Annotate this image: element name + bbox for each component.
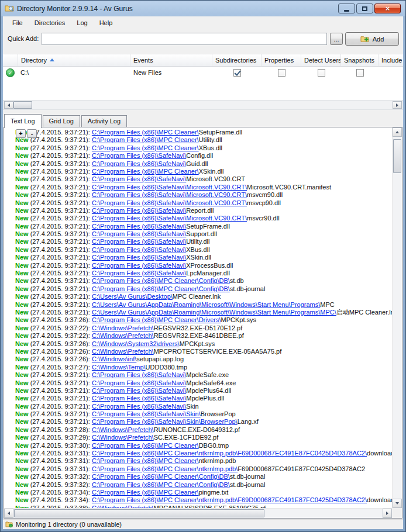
log-path-link[interactable]: C:\Program Files (x86)\MPC Cleaner\ — [92, 144, 199, 151]
log-path-link[interactable]: C:\Program Files (x86)\MPC Cleaner\Confi… — [92, 481, 230, 488]
log-entry: New (27.4.2015. 9:37:21): C:\Users\Av Gu… — [15, 293, 391, 300]
log-path-link[interactable]: C:\Program Files (x86)\SafeNavi\ — [92, 379, 186, 386]
scroll-up-button[interactable] — [393, 127, 402, 137]
properties-checkbox[interactable] — [278, 69, 285, 77]
log-path-link[interactable]: C:\Program Files (x86)\MPC Cleaner\Drive… — [92, 316, 221, 323]
menu-item-file[interactable]: File — [6, 18, 29, 28]
log-path-link[interactable]: C:\Program Files (x86)\MPC Cleaner\ntkrn… — [92, 465, 238, 472]
column-header-detect-users[interactable]: Detect Users — [301, 54, 341, 66]
log-path-link[interactable]: C:\Program Files (x86)\SafeNavi\ — [92, 270, 186, 277]
log-path-link[interactable]: C:\Program Files (x86)\SafeNavi\ — [92, 254, 186, 261]
log-horizontal-scrollbar[interactable] — [4, 508, 392, 518]
tab-text-log[interactable]: Text Log — [4, 114, 42, 128]
grid-scroll-right-button[interactable] — [393, 101, 402, 109]
maximize-button[interactable] — [356, 4, 373, 13]
log-path-link[interactable]: C:\Program Files (x86)\MPC Cleaner\ — [92, 457, 199, 464]
log-path-link[interactable]: C:\Program Files (x86)\SafeNavi\ — [92, 230, 186, 237]
log-path-link[interactable]: C:\Program Files (x86)\SafeNavi\ — [92, 238, 186, 245]
zoom-in-button[interactable]: + — [16, 129, 26, 138]
log-path-link[interactable]: C:\Program Files (x86)\SafeNavi\ — [92, 175, 186, 182]
quick-add-input[interactable] — [42, 33, 327, 45]
minimize-button[interactable] — [338, 4, 355, 13]
close-button[interactable]: × — [374, 4, 401, 13]
log-path-link[interactable]: C:\Program Files (x86)\MPC Cleaner\ — [92, 489, 199, 496]
column-header-properties[interactable]: Properties — [262, 54, 301, 66]
log-vertical-scrollbar[interactable] — [392, 127, 402, 508]
log-path-link[interactable]: C:\Windows\System32\drivers\ — [92, 340, 180, 347]
column-header-snapshots[interactable]: Snapshots — [341, 54, 379, 66]
log-path-link[interactable]: C:\Windows\Prefetch\ — [92, 426, 154, 433]
log-path-link[interactable]: C:\Program Files (x86)\MPC Cleaner\ — [92, 129, 199, 136]
log-path-link[interactable]: C:\Windows\Prefetch\ — [92, 434, 154, 441]
snapshots-checkbox[interactable] — [356, 69, 364, 77]
log-path-link[interactable]: C:\Windows\Prefetch\ — [92, 332, 154, 339]
detect-users-checkbox[interactable] — [318, 69, 325, 77]
log-path-link[interactable]: C:\Windows\Prefetch\ — [92, 348, 154, 355]
log-path-link[interactable]: C:\Program Files (x86)\MPC Cleaner\ — [92, 442, 199, 449]
log-path-link[interactable]: C:\Program Files (x86)\SafeNavi\Microsof… — [92, 191, 247, 198]
log-path-link[interactable]: C:\Program Files (x86)\SafeNavi\Microsof… — [92, 215, 247, 222]
log-tag: New — [15, 426, 29, 433]
log-timestamp: (27.4.2015. 9:37:21): — [29, 418, 92, 425]
log-timestamp: (27.4.2015. 9:37:26): — [29, 316, 92, 323]
menu-item-help[interactable]: Help — [94, 18, 119, 28]
log-path-link[interactable]: C:\Program Files (x86)\SafeNavi\ — [92, 223, 186, 230]
log-path-link[interactable]: C:\Program Files (x86)\SafeNavi\ — [92, 160, 186, 167]
log-path-link[interactable]: C:\Windows\inf\ — [92, 355, 136, 362]
log-entry: New (27.4.2015. 9:37:26): C:\Windows\Pre… — [15, 348, 391, 355]
log-path-link[interactable]: C:\Program Files (x86)\SafeNavi\ — [92, 246, 186, 253]
column-header-include[interactable]: Include — [379, 54, 404, 66]
log-path-link[interactable]: C:\Program Files (x86)\MPC Cleaner\ntkrn… — [92, 496, 367, 503]
log-path-link[interactable]: C:\Program Files (x86)\SafeNavi\Skin\Bro… — [92, 418, 238, 425]
log-entry: New (27.4.2015. 9:37:21): C:\Program Fil… — [15, 238, 391, 246]
log-path-link[interactable]: C:\Users\Av Gurus\AppData\Roaming\Micros… — [92, 309, 336, 316]
log-entry: New (27.4.2015. 9:37:21): C:\Program Fil… — [15, 207, 391, 215]
add-button[interactable]: Add — [345, 32, 399, 46]
log-path-link[interactable]: C:\Program Files (x86)\SafeNavi\ — [92, 403, 186, 410]
log-file-name: SetupFrame.dll — [199, 129, 243, 136]
log-path-link[interactable]: C:\Program Files (x86)\MPC Cleaner\ntkrn… — [92, 450, 367, 457]
log-path-link[interactable]: C:\Program Files (x86)\MPC Cleaner\Confi… — [92, 285, 230, 292]
browse-button[interactable]: ... — [330, 33, 343, 45]
horizontal-scroll-thumb[interactable] — [14, 509, 264, 517]
grid-horizontal-scrollbar[interactable] — [3, 100, 403, 110]
menu-item-directories[interactable]: Directories — [29, 18, 71, 28]
directory-row[interactable]: C:\ New Files — [3, 67, 403, 80]
log-tag: New — [15, 457, 29, 464]
log-path-link[interactable]: C:\Program Files (x86)\SafeNavi\ — [92, 371, 186, 378]
scroll-down-button[interactable] — [393, 499, 402, 508]
log-path-link[interactable]: C:\Program Files (x86)\MPC Cleaner\Confi… — [92, 277, 230, 284]
log-path-link[interactable]: C:\Program Files (x86)\SafeNavi\ — [92, 395, 186, 402]
menu-item-log[interactable]: Log — [71, 18, 93, 28]
log-path-link[interactable]: C:\Program Files (x86)\MPC Cleaner\ — [92, 136, 199, 143]
log-path-link[interactable]: C:\Windows\Temp\ — [92, 364, 146, 371]
window-title: Directory Monitor 2.9.9.14 - Av Gurus — [17, 5, 338, 13]
grid-scroll-thumb[interactable] — [13, 101, 32, 109]
log-file-name: XProcessBus.dll — [186, 262, 233, 269]
log-path-link[interactable]: C:\Program Files (x86)\SafeNavi\ — [92, 152, 186, 159]
log-file-name: UDDD380.tmp — [146, 364, 188, 371]
column-header-directory[interactable]: Directory — [18, 54, 130, 66]
subdirectories-checkbox[interactable] — [233, 69, 241, 77]
log-path-link[interactable]: C:\Users\Av Gurus\Desktop\ — [92, 293, 173, 300]
vertical-scroll-thumb[interactable] — [393, 139, 401, 173]
log-path-link[interactable]: C:\Program Files (x86)\SafeNavi\Microsof… — [92, 184, 247, 191]
tab-grid-log[interactable]: Grid Log — [43, 115, 80, 127]
column-header-subdirectories[interactable]: Subdirectories — [212, 54, 262, 66]
tab-activity-log[interactable]: Activity Log — [81, 115, 127, 127]
log-path-link[interactable]: C:\Program Files (x86)\SafeNavi\Microsof… — [92, 199, 247, 206]
log-scroll-left-button[interactable] — [4, 509, 13, 518]
log-path-link[interactable]: C:\Users\Av Gurus\AppData\Roaming\Micros… — [92, 301, 320, 308]
log-path-link[interactable]: C:\Program Files (x86)\MPC Cleaner\Confi… — [92, 473, 230, 480]
log-path-link[interactable]: C:\Windows\Prefetch\ — [92, 324, 154, 331]
log-path-link[interactable]: C:\Program Files (x86)\SafeNavi\ — [92, 207, 186, 214]
column-header-events[interactable]: Events — [130, 54, 212, 66]
log-path-link[interactable]: C:\Program Files (x86)\MPC Cleaner\ — [92, 168, 199, 175]
log-path-link[interactable]: C:\Program Files (x86)\SafeNavi\ — [92, 387, 186, 394]
grid-scroll-left-button[interactable] — [4, 101, 13, 109]
log-scroll-right-button[interactable] — [383, 509, 392, 518]
log-path-link[interactable]: C:\Program Files (x86)\SafeNavi\Skin\ — [92, 410, 201, 417]
log-path-link[interactable]: C:\Program Files (x86)\SafeNavi\ — [92, 262, 186, 269]
log-timestamp: (27.4.2015. 9:37:21): — [29, 254, 92, 261]
zoom-out-button[interactable]: - — [27, 129, 37, 138]
